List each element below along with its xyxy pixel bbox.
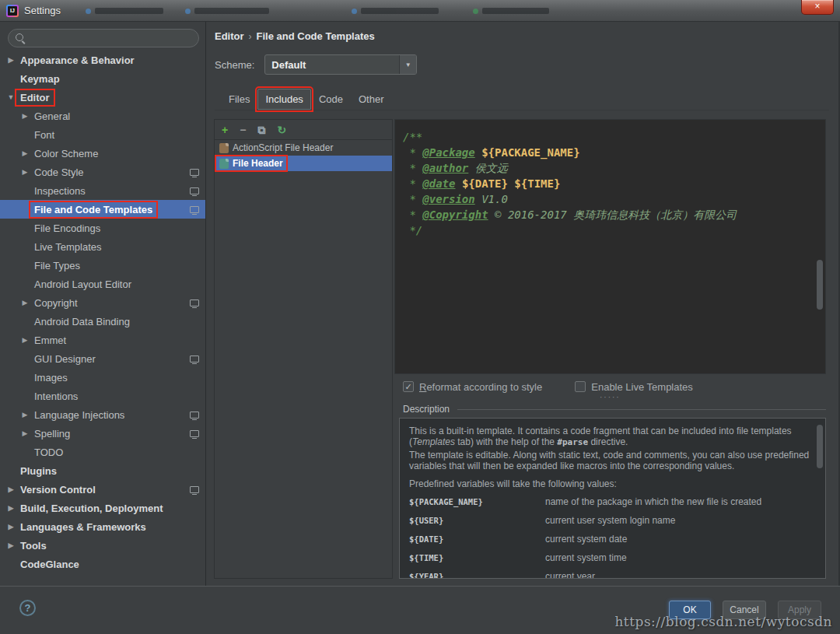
per-project-settings-icon: [190, 299, 199, 306]
chevron-collapsed-icon[interactable]: ▶: [19, 299, 31, 306]
remove-icon[interactable]: −: [240, 124, 246, 135]
template-file-icon: [219, 159, 229, 169]
editor-scrollbar-thumb[interactable]: [817, 260, 823, 310]
description-paragraph: This is a built-in template. It contains…: [409, 426, 816, 448]
sidebar-item-tools[interactable]: ▶Tools: [0, 536, 205, 555]
code-segment: */: [403, 224, 422, 236]
chevron-collapsed-icon[interactable]: ▶: [19, 411, 31, 419]
chevron-collapsed-icon[interactable]: ▶: [5, 523, 17, 531]
sidebar-item-intentions[interactable]: Intentions: [0, 387, 205, 405]
sidebar-item-copyright[interactable]: ▶Copyright: [0, 293, 205, 312]
sidebar-item-codeglance[interactable]: CodeGlance: [0, 555, 205, 573]
code-segment: © 2016-2017 奥琦玮信息科技（北京）有限公司: [488, 208, 737, 221]
list-toolbar: +−⧉↻: [215, 120, 392, 140]
sidebar-item-appearance-behavior[interactable]: ▶Appearance & Behavior: [0, 51, 205, 69]
template-item-file-header[interactable]: File Header: [215, 156, 392, 171]
sidebar-item-color-scheme[interactable]: ▶Color Scheme: [0, 144, 205, 163]
desc-segment: Predefined variables will take the follo…: [409, 478, 617, 489]
titlebar[interactable]: IJ Settings ×: [0, 0, 840, 22]
reset-to-default-icon[interactable]: ↻: [277, 124, 286, 135]
tab-favicon-dot: [473, 9, 478, 14]
sidebar-item-label: CodeGlance: [17, 558, 82, 571]
breadcrumb-editor[interactable]: Editor: [215, 30, 244, 42]
sidebar-item-label: Keymap: [17, 72, 63, 86]
live-templates-checkbox[interactable]: [575, 381, 586, 392]
code-editor[interactable]: /** * @Package ${PACKAGE_NAME} * @author…: [394, 119, 826, 374]
sidebar-item-label: Build, Execution, Deployment: [17, 502, 166, 515]
sidebar-item-live-templates[interactable]: Live Templates: [0, 237, 205, 256]
sidebar-item-code-style[interactable]: ▶Code Style: [0, 163, 205, 181]
scheme-row: Scheme: Default ▼: [215, 54, 417, 75]
copy-icon[interactable]: ⧉: [257, 124, 265, 135]
sidebar-item-spelling[interactable]: ▶Spelling: [0, 424, 205, 443]
sidebar-item-build-execution-deployment[interactable]: ▶Build, Execution, Deployment: [0, 499, 205, 517]
tab-title-blur: [482, 8, 549, 14]
code-segment: ${TIME}: [514, 177, 560, 190]
chevron-collapsed-icon[interactable]: ▶: [19, 112, 31, 120]
tab-other[interactable]: Other: [351, 89, 392, 110]
sidebar-item-language-injections[interactable]: ▶Language Injections: [0, 405, 205, 424]
sidebar-item-android-layout-editor[interactable]: Android Layout Editor: [0, 275, 205, 293]
description-panel[interactable]: This is a built-in template. It contains…: [399, 418, 826, 579]
sidebar-item-file-and-code-templates[interactable]: File and Code Templates: [0, 200, 205, 219]
help-button[interactable]: ?: [19, 600, 36, 616]
sidebar-item-label: Code Style: [31, 166, 87, 179]
tab-files[interactable]: Files: [221, 89, 257, 110]
template-item-actionscript-file-header[interactable]: ActionScript File Header: [215, 140, 392, 156]
reformat-checkbox[interactable]: ✓: [403, 381, 414, 392]
sidebar-item-label: Languages & Frameworks: [17, 520, 149, 534]
code-segment: [475, 146, 481, 159]
sidebar-item-label: Images: [31, 371, 71, 384]
sidebar-item-todo[interactable]: TODO: [0, 443, 205, 461]
sidebar-item-images[interactable]: Images: [0, 368, 205, 387]
variable-description: current system date: [545, 534, 627, 545]
sidebar-item-general[interactable]: ▶General: [0, 107, 205, 125]
template-tabs: FilesIncludesCodeOther: [215, 89, 829, 110]
description-scrollbar-thumb[interactable]: [817, 425, 823, 468]
sidebar-item-android-data-binding[interactable]: Android Data Binding: [0, 312, 205, 331]
chevron-down-icon[interactable]: ▼: [399, 55, 416, 74]
search-input[interactable]: [26, 33, 198, 44]
code-editor-content[interactable]: /** * @Package ${PACKAGE_NAME} * @author…: [395, 120, 825, 238]
chevron-collapsed-icon[interactable]: ▶: [19, 149, 31, 157]
sidebar-item-emmet[interactable]: ▶Emmet: [0, 331, 205, 349]
close-button[interactable]: ×: [801, 0, 834, 15]
chevron-collapsed-icon[interactable]: ▶: [5, 485, 17, 493]
sidebar-item-languages-frameworks[interactable]: ▶Languages & Frameworks: [0, 517, 205, 536]
add-icon[interactable]: +: [222, 124, 228, 135]
sidebar-item-editor[interactable]: ▼Editor: [0, 88, 205, 107]
sidebar-item-font[interactable]: Font: [0, 125, 205, 144]
sidebar-item-gui-designer[interactable]: GUI Designer: [0, 349, 205, 368]
tab-includes[interactable]: Includes: [257, 89, 310, 110]
chevron-collapsed-icon[interactable]: ▶: [5, 56, 17, 64]
tab-title-blur: [95, 8, 163, 14]
variable-name: ${PACKAGE_NAME}: [409, 496, 545, 507]
settings-sidebar: ▶Appearance & BehaviorKeymap▼Editor▶Gene…: [0, 22, 206, 586]
template-list-panel: +−⧉↻ ActionScript File HeaderFile Header: [214, 119, 393, 579]
sidebar-item-keymap[interactable]: Keymap: [0, 69, 205, 88]
sidebar-item-plugins[interactable]: Plugins: [0, 461, 205, 480]
description-paragraphs: This is a built-in template. It contains…: [409, 426, 816, 489]
code-segment: /**: [403, 131, 422, 143]
template-item-label: File Header: [233, 158, 283, 169]
sidebar-item-file-encodings[interactable]: File Encodings: [0, 219, 205, 237]
description-title: Description: [403, 404, 450, 415]
sidebar-item-file-types[interactable]: File Types: [0, 256, 205, 275]
desc-segment: Templates: [412, 436, 455, 447]
scheme-dropdown[interactable]: Default ▼: [264, 54, 417, 75]
chevron-collapsed-icon[interactable]: ▶: [5, 541, 17, 549]
sidebar-item-label: General: [31, 110, 73, 123]
search-box[interactable]: [8, 29, 199, 47]
chevron-collapsed-icon[interactable]: ▶: [5, 504, 17, 512]
chevron-expanded-icon[interactable]: ▼: [5, 93, 17, 101]
code-segment: V1.0: [475, 193, 508, 205]
sidebar-item-label: Font: [31, 128, 58, 142]
variable-row: ${TIME}current system time: [409, 552, 816, 563]
chevron-collapsed-icon[interactable]: ▶: [19, 168, 31, 176]
chevron-collapsed-icon[interactable]: ▶: [19, 429, 31, 437]
chevron-collapsed-icon[interactable]: ▶: [19, 336, 31, 344]
sidebar-item-version-control[interactable]: ▶Version Control: [0, 480, 205, 499]
code-line: * @Copyright © 2016-2017 奥琦玮信息科技（北京）有限公司: [403, 207, 825, 222]
tab-code[interactable]: Code: [311, 89, 351, 110]
sidebar-item-inspections[interactable]: Inspections: [0, 181, 205, 200]
